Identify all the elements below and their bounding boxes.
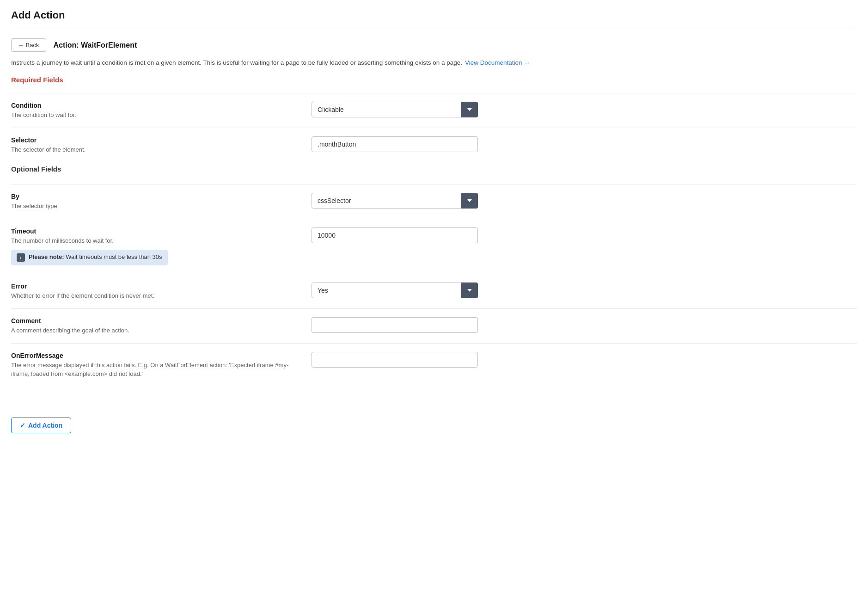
add-action-label: Add Action	[28, 422, 62, 429]
timeout-note-bold: Please note:	[29, 253, 64, 260]
timeout-note-rest: Wait timeouts must be less than 30s	[64, 253, 162, 260]
bottom-divider	[11, 396, 857, 396]
selector-field-left: Selector The selector of the element.	[11, 136, 312, 154]
condition-select[interactable]: Clickable Visible Hidden Exists	[312, 102, 478, 117]
selector-field-row: Selector The selector of the element.	[11, 128, 857, 162]
back-button[interactable]: ← Back	[11, 38, 46, 52]
selector-desc: The selector of the element.	[11, 146, 300, 154]
condition-field-right: Clickable Visible Hidden Exists	[312, 102, 478, 117]
check-icon: ✓	[20, 422, 25, 429]
timeout-field-left: Timeout The number of milliseconds to wa…	[11, 227, 312, 265]
bottom-bar: ✓ Add Action	[11, 410, 857, 433]
timeout-input[interactable]	[312, 227, 478, 243]
by-select[interactable]: cssSelector xpath id name className tagN…	[312, 193, 478, 209]
timeout-note: i Please note: Wait timeouts must be les…	[11, 250, 168, 265]
selector-input[interactable]	[312, 136, 478, 152]
timeout-label: Timeout	[11, 227, 300, 235]
on-error-message-desc: The error message displayed if this acti…	[11, 361, 300, 378]
action-title: Action: WaitForElement	[54, 41, 137, 49]
condition-field-left: Condition The condition to wait for.	[11, 102, 312, 119]
error-field-right: Yes No	[312, 282, 478, 298]
by-field-right: cssSelector xpath id name className tagN…	[312, 193, 478, 209]
by-field-row: By The selector type. cssSelector xpath …	[11, 184, 857, 219]
error-field-row: Error Whether to error if the element co…	[11, 274, 857, 308]
description-text: Instructs a journey to wait until a cond…	[11, 58, 462, 68]
condition-label: Condition	[11, 102, 300, 109]
description-row: Instructs a journey to wait until a cond…	[11, 58, 857, 68]
timeout-note-text: Please note: Wait timeouts must be less …	[29, 253, 162, 260]
on-error-message-input[interactable]	[312, 352, 478, 368]
add-action-button[interactable]: ✓ Add Action	[11, 418, 71, 433]
back-row: ← Back Action: WaitForElement	[11, 38, 857, 52]
on-error-message-field-left: OnErrorMessage The error message display…	[11, 352, 312, 378]
comment-label: Comment	[11, 317, 300, 325]
info-icon: i	[17, 253, 25, 262]
selector-label: Selector	[11, 136, 300, 144]
optional-section-row: Optional Fields	[11, 163, 857, 184]
error-select[interactable]: Yes No	[312, 282, 478, 298]
error-field-left: Error Whether to error if the element co…	[11, 282, 312, 300]
timeout-desc: The number of milliseconds to wait for.	[11, 237, 300, 245]
on-error-message-field-right	[312, 352, 478, 368]
by-label: By	[11, 193, 300, 200]
error-desc: Whether to error if the element conditio…	[11, 292, 300, 300]
top-divider	[11, 29, 857, 29]
error-label: Error	[11, 282, 300, 290]
condition-desc: The condition to wait for.	[11, 111, 300, 119]
timeout-field-row: Timeout The number of milliseconds to wa…	[11, 219, 857, 274]
comment-field-right	[312, 317, 478, 333]
timeout-field-right	[312, 227, 478, 243]
by-select-wrapper: cssSelector xpath id name className tagN…	[312, 193, 478, 209]
comment-field-row: Comment A comment describing the goal of…	[11, 308, 857, 343]
comment-desc: A comment describing the goal of the act…	[11, 326, 300, 335]
view-docs-link[interactable]: View Documentation →	[465, 58, 530, 68]
comment-field-left: Comment A comment describing the goal of…	[11, 317, 312, 335]
on-error-message-label: OnErrorMessage	[11, 352, 300, 359]
comment-input[interactable]	[312, 317, 478, 333]
by-field-left: By The selector type.	[11, 193, 312, 210]
on-error-message-field-row: OnErrorMessage The error message display…	[11, 343, 857, 386]
required-section-title: Required Fields	[11, 76, 857, 84]
condition-select-wrapper: Clickable Visible Hidden Exists	[312, 102, 478, 117]
selector-field-right	[312, 136, 478, 152]
condition-field-row: Condition The condition to wait for. Cli…	[11, 93, 857, 128]
error-select-wrapper: Yes No	[312, 282, 478, 298]
by-desc: The selector type.	[11, 202, 300, 210]
page-title: Add Action	[11, 9, 857, 21]
optional-section-title: Optional Fields	[11, 165, 61, 173]
